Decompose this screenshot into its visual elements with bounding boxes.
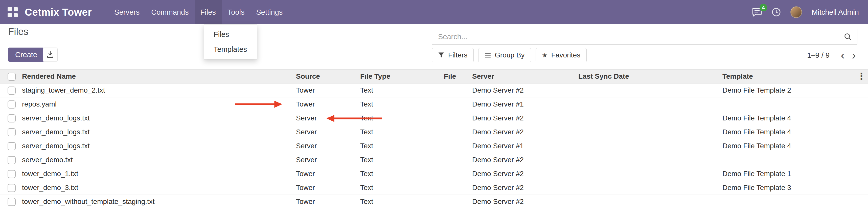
cell-last-sync-date [577,195,721,209]
cell-file [443,97,471,111]
messages-count-badge: 4 [760,4,767,11]
group-by-icon [485,52,491,58]
group-by-label: Group By [495,51,525,59]
table-row[interactable]: staging_tower_demo_2.txtTowerTextDemo Se… [0,84,868,97]
cell-source: Tower [295,195,359,209]
row-end-spacer [857,167,868,181]
cell-last-sync-date [577,125,721,139]
row-select-cell [0,97,21,111]
cetmix-tower-files-page: Cetmix Tower Servers Commands Files Tool… [0,0,868,211]
cell-server: Demo Server #2 [471,181,577,195]
row-checkbox[interactable] [8,128,16,137]
file-list-body: staging_tower_demo_2.txtTowerTextDemo Se… [0,84,868,209]
cell-last-sync-date [577,84,721,97]
row-end-spacer [857,111,868,125]
nav-menu-settings[interactable]: Settings [250,0,288,24]
nav-menu-commands[interactable]: Commands [145,0,194,24]
nav-menu-tools[interactable]: Tools [222,0,250,24]
cell-last-sync-date [577,153,721,167]
row-end-spacer [857,84,868,97]
cell-rendered-name: staging_tower_demo_2.txt [21,84,295,97]
row-end-spacer [857,153,868,167]
filters-button[interactable]: Filters [432,48,474,62]
table-row[interactable]: server_demo_logs.txtServerTextDemo Serve… [0,125,868,139]
pager-previous-icon[interactable]: ‹ [837,49,848,61]
star-icon: ★ [542,51,548,59]
cell-file [443,181,471,195]
table-row[interactable]: repos.yamlTowerTextDemo Server #1 [0,97,868,111]
row-checkbox[interactable] [8,184,16,192]
col-template[interactable]: Template [721,69,857,84]
select-all-cell [0,69,21,84]
messages-button[interactable]: 4 [752,7,762,17]
row-select-cell [0,111,21,125]
cell-file-type: Text [359,167,443,181]
favorites-label: Favorites [551,51,580,59]
cell-last-sync-date [577,97,721,111]
cell-file [443,84,471,97]
export-button[interactable] [43,48,58,62]
cell-file-type: Text [359,181,443,195]
table-row[interactable]: tower_demo_without_template_staging.txtT… [0,195,868,209]
row-select-cell [0,195,21,209]
apps-grid-icon[interactable] [8,7,18,17]
row-end-spacer [857,195,868,209]
favorites-button[interactable]: ★ Favorites [536,48,587,62]
table-row[interactable]: server_demo_logs.txtServerTextDemo Serve… [0,139,868,153]
row-checkbox[interactable] [8,170,16,178]
dropdown-item-files[interactable]: Files [204,27,257,42]
optional-columns-toggle-icon[interactable]: ⋮ [857,71,866,82]
user-avatar[interactable] [790,6,802,18]
nav-menu-servers[interactable]: Servers [108,0,145,24]
table-row[interactable]: server_demo.txtServerTextDemo Server #2 [0,153,868,167]
col-source[interactable]: Source [295,69,359,84]
cell-last-sync-date [577,167,721,181]
row-checkbox[interactable] [8,142,16,150]
top-menu: Servers Commands Files Tools Settings [108,0,288,24]
activities-button[interactable] [772,8,781,17]
row-end-spacer [857,139,868,153]
row-end-spacer [857,181,868,195]
col-rendered-name[interactable]: Rendered Name [21,69,295,84]
dropdown-item-templates[interactable]: Templates [204,42,257,57]
cell-template: Demo File Template 2 [721,84,857,97]
table-row[interactable]: tower_demo_1.txtTowerTextDemo Server #2D… [0,167,868,181]
row-end-spacer [857,97,868,111]
row-checkbox[interactable] [8,198,16,206]
download-icon [46,51,54,59]
table-row[interactable]: server_demo_logs.txtServerTextDemo Serve… [0,111,868,125]
group-by-button[interactable]: Group By [478,48,531,62]
apps-grid-square [14,13,18,18]
table-row[interactable]: tower_demo_3.txtTowerTextDemo Server #2D… [0,181,868,195]
col-server[interactable]: Server [471,69,577,84]
search-icon[interactable] [843,32,852,41]
row-checkbox[interactable] [8,87,16,95]
row-select-cell [0,153,21,167]
search-input[interactable] [432,33,843,41]
col-last-sync-date[interactable]: Last Sync Date [577,69,721,84]
row-checkbox[interactable] [8,100,16,109]
row-checkbox[interactable] [8,114,16,122]
app-brand[interactable]: Cetmix Tower [25,7,92,18]
cell-server: Demo Server #2 [471,195,577,209]
user-name[interactable]: Mitchell Admin [812,8,859,17]
pager-next-icon[interactable]: › [848,49,859,61]
top-navbar: Cetmix Tower Servers Commands Files Tool… [0,0,868,24]
cell-source: Tower [295,181,359,195]
page-title: Files [8,26,28,37]
optional-columns-cell: ⋮ [857,69,868,84]
cell-template: Demo File Template 4 [721,139,857,153]
select-all-checkbox[interactable] [8,72,16,81]
col-file-type[interactable]: File Type [359,69,443,84]
col-file[interactable]: File [443,69,471,84]
search-box [432,29,857,44]
cell-template: Demo File Template 4 [721,125,857,139]
cell-server: Demo Server #2 [471,84,577,97]
row-end-spacer [857,125,868,139]
cell-last-sync-date [577,139,721,153]
cell-rendered-name: server_demo_logs.txt [21,111,295,125]
nav-menu-files[interactable]: Files [195,0,222,24]
row-checkbox[interactable] [8,156,16,164]
cell-source: Server [295,139,359,153]
create-button[interactable]: Create [8,48,44,62]
